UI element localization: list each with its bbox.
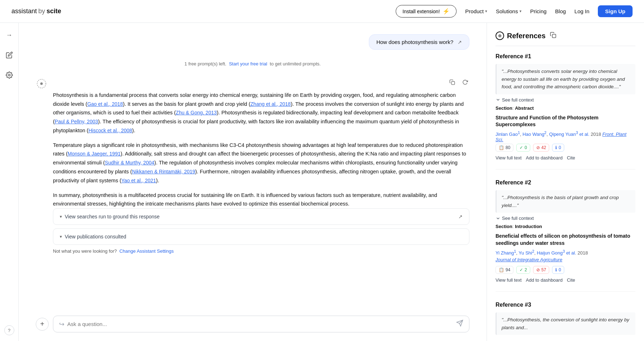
- cite-link-2[interactable]: Cite: [567, 277, 575, 283]
- see-full-context-2[interactable]: See full context: [496, 216, 635, 221]
- chat-input[interactable]: [67, 321, 453, 327]
- refresh-response-button[interactable]: [461, 78, 469, 88]
- reference-2-number: Reference #2: [496, 179, 635, 186]
- references-circle-icon: ⊕: [496, 31, 504, 40]
- citation-yao-2021[interactable]: Yao et al., 2021: [121, 178, 156, 183]
- stat-supporting: ✓ 0: [516, 144, 530, 152]
- stat-supporting-2: ✓ 2: [516, 266, 530, 274]
- author-link[interactable]: Yu Shi2: [519, 250, 535, 256]
- citation-zhu-gong-2013[interactable]: Zhu & Gong, 2013: [176, 110, 216, 115]
- nav-blog[interactable]: Blog: [555, 8, 566, 14]
- nav-product[interactable]: Product ▾: [465, 8, 487, 14]
- reference-1-title: Structure and Function of the Photosyste…: [496, 114, 635, 128]
- ai-actions: [53, 78, 469, 88]
- et-al-link[interactable]: et al.: [566, 250, 576, 256]
- logo-by-text: by: [38, 8, 45, 15]
- sidebar-edit-icon[interactable]: [3, 49, 16, 61]
- reference-2-journal[interactable]: Journal of Integrative Agriculture: [496, 257, 635, 262]
- response-paragraph-1: Photosynthesis is a fundamental process …: [53, 91, 469, 135]
- external-link-icon: ↗: [458, 39, 462, 45]
- author-link[interactable]: Jinlan Gao1: [496, 132, 520, 137]
- stat-contrasting-2: ⊘ 57: [533, 266, 549, 274]
- chat-input-wrapper: ↪: [53, 316, 469, 332]
- view-publications-collapsible[interactable]: ▾ View publications consulted: [53, 228, 469, 245]
- chat-messages: How does photosynthesis work? ↗ 1 free p…: [19, 23, 487, 310]
- nav-pricing[interactable]: Pricing: [530, 8, 547, 14]
- sidebar-help-icon[interactable]: ?: [4, 325, 14, 335]
- response-paragraph-3: In summary, photosynthesis is a multifac…: [53, 191, 469, 208]
- citation-monson-1991[interactable]: Monson & Jaeger, 1991: [68, 151, 121, 157]
- book-icon: 📋: [499, 145, 504, 150]
- login-button[interactable]: Log In: [575, 8, 590, 14]
- chevron-down-icon: ▾: [519, 9, 522, 14]
- logo-area: assistant by scite: [11, 8, 61, 15]
- main-layout: → ? How does photosynthesis work? ↗: [0, 23, 644, 341]
- chevron-down-icon: ▾: [60, 214, 62, 219]
- et-al-link[interactable]: et al.: [579, 132, 589, 137]
- cite-link-1[interactable]: Cite: [567, 155, 575, 160]
- add-to-dashboard-link-2[interactable]: Add to dashboard: [526, 277, 563, 283]
- citation-paul-pellny-2003[interactable]: Paul & Pellny, 2003: [55, 119, 98, 124]
- sidebar-settings-icon[interactable]: [3, 69, 16, 81]
- reference-card-3: Reference #3 "...Photosynthesis, the con…: [496, 302, 635, 341]
- author-link[interactable]: Hao Wang2: [522, 132, 546, 137]
- svg-point-2: [40, 83, 43, 85]
- start-free-trial-link[interactable]: Start your free trial: [229, 61, 267, 66]
- reference-3-quote: "...Photosynthesis, the conversion of su…: [496, 312, 635, 335]
- reference-card-1: Reference #1 "...Photosynthesis converts…: [496, 53, 635, 169]
- collapsible-publications-label: View publications consulted: [65, 234, 126, 239]
- chat-arrow-icon: ↪: [59, 320, 64, 328]
- install-extension-button[interactable]: Install extension! ⚡: [396, 5, 457, 18]
- add-button[interactable]: +: [36, 318, 49, 331]
- sidebar-arrow-icon[interactable]: →: [3, 29, 16, 41]
- view-searches-collapsible[interactable]: ▾ View searches run to ground this respo…: [53, 208, 469, 225]
- signup-button[interactable]: Sign Up: [598, 5, 633, 17]
- citation-zhang-2018[interactable]: Zhang et al., 2018: [250, 101, 291, 107]
- not-looking-text: Not what you were looking for? Change As…: [53, 248, 469, 254]
- reference-2-section: Section: Introduction: [496, 224, 635, 229]
- author-link[interactable]: Qipeng Yuan3: [549, 132, 578, 137]
- lightning-icon: ⚡: [443, 8, 450, 15]
- author-link[interactable]: Haijun Gong3: [537, 250, 565, 256]
- external-link-icon: ↗: [458, 214, 463, 219]
- change-settings-link[interactable]: Change Assistant Settings: [119, 248, 174, 254]
- sidebar: → ?: [0, 23, 19, 341]
- logo-assistant-text: assistant: [11, 8, 37, 15]
- stat-contrasting: ⊘ 42: [533, 144, 549, 152]
- chat-area: How does photosynthesis work? ↗ 1 free p…: [19, 23, 487, 341]
- free-prompt-bar: 1 free prompt(s) left. Start your free t…: [36, 58, 469, 69]
- svg-rect-3: [452, 81, 455, 85]
- view-full-text-link-2[interactable]: View full text: [496, 277, 522, 283]
- chevron-down-icon: ▾: [485, 9, 487, 14]
- citation-hiscock-2008[interactable]: Hiscock et al., 2008: [88, 128, 132, 133]
- reference-card-2: Reference #2 "...Photosynthesis is the b…: [496, 179, 635, 292]
- user-message-text: How does photosynthesis work?: [376, 39, 453, 45]
- stat-mentioning: ℹ 0: [552, 144, 564, 152]
- reference-3-number: Reference #3: [496, 302, 635, 308]
- reference-2-authors: Yi Zhang1, Yu Shi2, Haijun Gong3 et al. …: [496, 249, 635, 256]
- see-full-context-1[interactable]: See full context: [496, 97, 635, 103]
- svg-rect-6: [552, 34, 556, 38]
- response-paragraph-2: Temperature plays a significant role in …: [53, 141, 469, 185]
- add-to-dashboard-link-1[interactable]: Add to dashboard: [526, 155, 563, 160]
- view-full-text-link-1[interactable]: View full text: [496, 155, 522, 160]
- reference-1-year: 2018: [591, 132, 601, 137]
- citation-sudhir-2004[interactable]: Sudhir & Murthy, 2004: [105, 160, 154, 165]
- reference-2-actions: View full text Add to dashboard Cite: [496, 277, 635, 283]
- nav-solutions[interactable]: Solutions ▾: [496, 8, 522, 14]
- send-button[interactable]: [456, 320, 463, 328]
- collapsible-searches-label: View searches run to ground this respons…: [65, 214, 160, 219]
- svg-point-0: [8, 74, 10, 76]
- stat-total: 📋 80: [496, 144, 513, 152]
- citation-nikkanen-2019[interactable]: Nikkanen & Rintamäki, 2019: [132, 169, 195, 174]
- copy-references-icon[interactable]: [550, 32, 556, 40]
- reference-2-year: 2018: [577, 250, 588, 256]
- copy-response-button[interactable]: [448, 78, 457, 88]
- references-panel-header: ⊕ References: [496, 31, 635, 46]
- book-icon: 📋: [499, 267, 504, 272]
- chat-input-row: + ↪: [19, 310, 487, 341]
- citation-gao-2018[interactable]: Gao et al., 2018: [87, 101, 123, 107]
- author-link[interactable]: Yi Zhang1: [496, 250, 516, 256]
- reference-1-quote: "...Photosynthesis converts solar energy…: [496, 64, 635, 94]
- reference-1-authors: Jinlan Gao1, Hao Wang2, Qipeng Yuan3 et …: [496, 130, 635, 142]
